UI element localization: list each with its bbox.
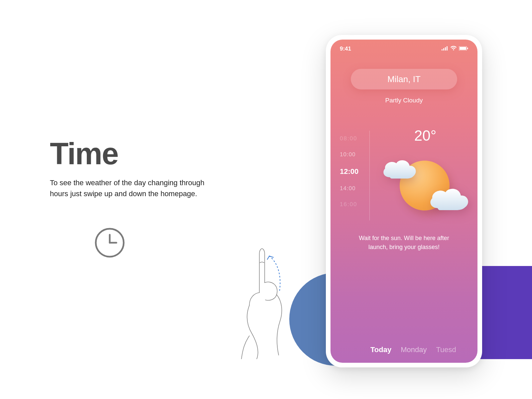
svg-rect-5 (445, 47, 446, 51)
svg-rect-3 (442, 49, 443, 51)
wifi-icon (450, 46, 457, 52)
svg-rect-8 (460, 47, 466, 50)
cloud-icon (380, 157, 420, 184)
time-item[interactable]: 14:00 (340, 181, 365, 197)
decorative-purple-rect (478, 266, 532, 359)
day-tabs[interactable]: Today Monday Tuesd (331, 345, 477, 354)
time-item[interactable]: 10:00 (340, 147, 365, 163)
clock-icon (93, 226, 126, 261)
location-label: Milan, IT (387, 74, 421, 84)
cellular-icon (442, 46, 448, 52)
time-item-active[interactable]: 12:00 (340, 163, 365, 181)
svg-rect-4 (443, 48, 444, 51)
cloud-icon (426, 186, 473, 215)
time-item[interactable]: 16:00 (340, 197, 365, 212)
weather-condition: Partly Cloudy (331, 97, 477, 104)
swipe-hand-icon (226, 243, 299, 360)
status-bar: 9:41 (331, 40, 477, 52)
svg-rect-6 (447, 46, 448, 51)
feature-title: Time (50, 136, 209, 171)
day-tab[interactable]: Tuesd (436, 345, 456, 354)
status-time: 9:41 (340, 46, 351, 52)
feature-text-block: Time To see the weather of the day chang… (50, 136, 209, 199)
phone-mockup: 9:41 Milan, IT Partly Cloudy 08:00 10:00 (326, 35, 482, 367)
day-tab[interactable]: Monday (401, 345, 427, 354)
weather-visual-area: 20° (370, 131, 471, 220)
status-icons (442, 46, 468, 52)
feature-description: To see the weather of the day changing t… (50, 177, 209, 199)
phone-screen[interactable]: 9:41 Milan, IT Partly Cloudy 08:00 10:00 (331, 40, 477, 363)
day-tab-today[interactable]: Today (370, 345, 391, 354)
weather-graphic (370, 154, 471, 220)
battery-icon (459, 46, 468, 52)
location-pill[interactable]: Milan, IT (351, 69, 457, 89)
weather-advice: Wait for the sun. Will be here after lau… (354, 234, 454, 252)
time-item[interactable]: 08:00 (340, 131, 365, 147)
time-scroll-list[interactable]: 08:00 10:00 12:00 14:00 16:00 (340, 131, 370, 220)
temperature-value: 20° (380, 127, 471, 144)
svg-rect-9 (467, 48, 468, 49)
